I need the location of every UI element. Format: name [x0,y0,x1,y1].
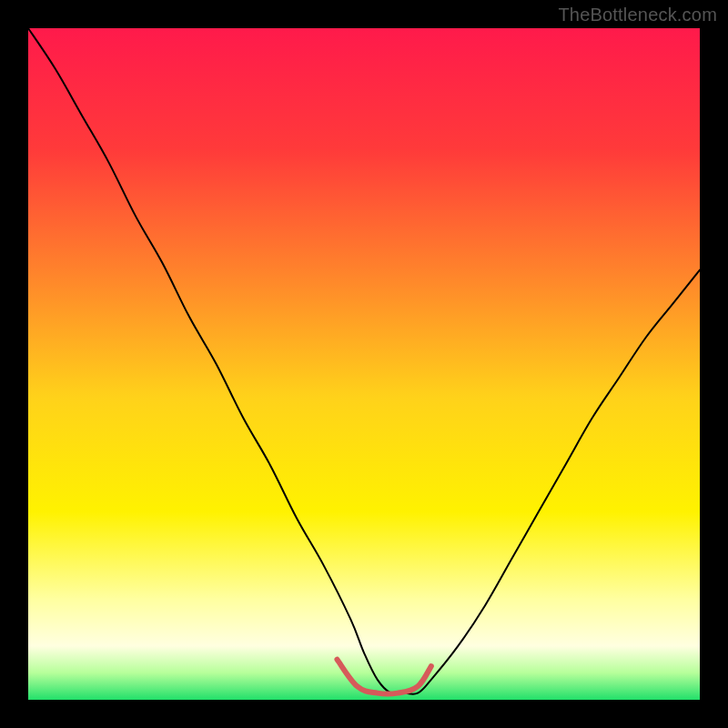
plot-area [28,28,700,700]
curve-main [28,28,700,694]
curve-layer [28,28,700,700]
watermark-text: TheBottleneck.com [558,5,717,25]
chart-frame: TheBottleneck.com [0,0,728,728]
